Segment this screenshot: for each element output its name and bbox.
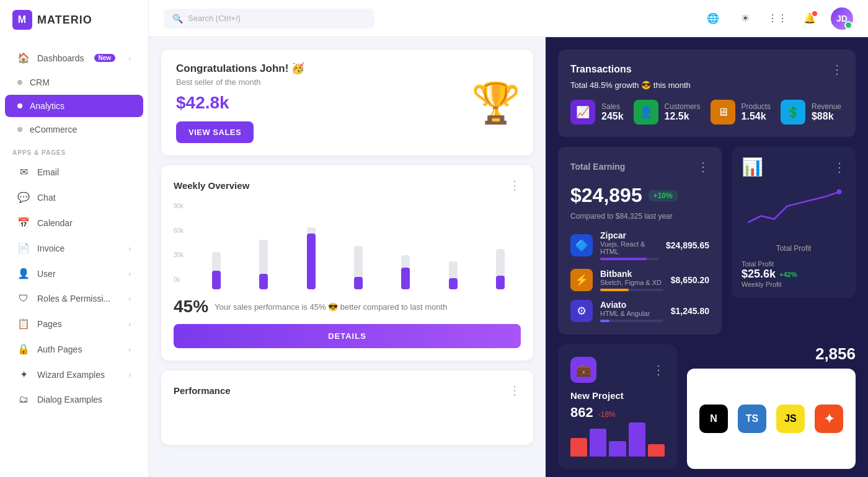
- weekly-overview-card: Weekly Overview ⋮ 90k 60k 30k 0k: [161, 165, 533, 361]
- bitbank-icon: ⚡: [570, 269, 593, 291]
- earning-items: 🔷 Zipcar Vuejs, React & HTML $24,895.65: [570, 230, 709, 322]
- svg-point-0: [836, 189, 841, 194]
- stat-customers-info: Customers 12.5k: [665, 102, 701, 122]
- sidebar-item-label: CRM: [30, 77, 50, 87]
- zipcar-icon: 🔷: [570, 234, 593, 256]
- pages-icon: 📋: [17, 318, 30, 330]
- products-icon: 🖥: [711, 100, 735, 125]
- bar-fill: [259, 274, 268, 289]
- earning-amount: $24,895 +10%: [570, 184, 709, 207]
- bars-container: [196, 209, 521, 289]
- left-panel: Congratulations John! 🥳 Best seller of t…: [149, 37, 546, 477]
- profit-value: $25.6k +42%: [742, 268, 846, 281]
- transactions-more-button[interactable]: ⋮: [831, 62, 843, 77]
- dot-icon: [17, 103, 22, 108]
- aviato-progress: [600, 320, 663, 322]
- sidebar-item-wizard[interactable]: ✦ Wizard Examples ›: [5, 362, 143, 387]
- shield-icon: 🛡: [17, 293, 30, 304]
- transactions-title: Transactions: [570, 64, 632, 75]
- zipcar-progress: [600, 258, 658, 260]
- bar-fill: [212, 271, 221, 289]
- topbar-icons: 🌐 ☀ ⋮⋮ 🔔 JD: [702, 7, 853, 30]
- home-icon: 🏠: [17, 52, 30, 64]
- user-icon: 👤: [17, 268, 30, 279]
- perf-title: Performance: [174, 385, 231, 396]
- sidebar-item-label: Email: [37, 167, 59, 177]
- large-number-section: 2,856: [687, 344, 856, 364]
- weekly-footer: 45% Your sales performance is 45% 😎 bett…: [174, 297, 521, 317]
- grid-button[interactable]: ⋮⋮: [766, 7, 789, 30]
- perf-more-button[interactable]: ⋮: [508, 383, 521, 398]
- chat-icon: 💬: [17, 191, 30, 203]
- weekly-more-button[interactable]: ⋮: [508, 178, 521, 193]
- dot-icon: [17, 127, 22, 132]
- figma-logo: ✦: [815, 405, 843, 433]
- chevron-icon: ›: [128, 346, 131, 353]
- profit-section: 📊 ⋮ Total Profit Total Profit $25: [732, 147, 856, 335]
- sidebar: M MATERIO 🏠 Dashboards New › CRM Analyti…: [0, 0, 149, 477]
- chevron-icon: ›: [128, 320, 131, 328]
- typescript-logo: TS: [738, 405, 766, 433]
- sidebar-item-crm[interactable]: CRM: [5, 71, 143, 94]
- sidebar-item-ecommerce[interactable]: eCommerce: [5, 118, 143, 141]
- stat-products-info: Products 1.54k: [742, 102, 771, 122]
- bar-fill: [401, 268, 410, 289]
- sidebar-item-roles[interactable]: 🛡 Roles & Permissi... ›: [5, 287, 143, 310]
- bitbank-progress: [600, 289, 663, 291]
- content-area: Congratulations John! 🥳 Best seller of t…: [149, 37, 868, 477]
- sales-icon: 📈: [570, 100, 595, 125]
- bar-column: [196, 209, 237, 289]
- transaction-stats: 📈 Sales 245k 👤 Customers 12.5k: [570, 100, 843, 125]
- theme-button[interactable]: ☀: [734, 7, 756, 30]
- np-stats: 862 -18%: [570, 405, 665, 421]
- bar-column: [432, 209, 473, 289]
- sidebar-item-calendar[interactable]: 📅 Calendar: [5, 211, 143, 235]
- mini-bar-chart: [570, 426, 665, 457]
- sidebar-item-user[interactable]: 👤 User ›: [5, 261, 143, 286]
- stat-revenue-info: Revenue $88k: [812, 102, 841, 122]
- profit-more-button[interactable]: ⋮: [833, 160, 846, 175]
- sidebar-item-auth[interactable]: 🔒 Auth Pages ›: [5, 337, 143, 361]
- sidebar-item-chat[interactable]: 💬 Chat: [5, 185, 143, 209]
- dialog-icon: 🗂: [17, 394, 30, 405]
- notification-button[interactable]: 🔔: [799, 7, 821, 30]
- search-placeholder: Search (Ctrl+/): [188, 14, 241, 23]
- sidebar-item-label: Invoice: [37, 243, 64, 253]
- sidebar-item-analytics[interactable]: Analytics: [5, 95, 143, 117]
- invoice-icon: 📄: [17, 242, 30, 254]
- bar-chart: [196, 203, 521, 289]
- profit-label: Total Profit: [742, 260, 846, 268]
- sidebar-item-pages[interactable]: 📋 Pages ›: [5, 312, 143, 336]
- sidebar-item-dashboards[interactable]: 🏠 Dashboards New ›: [5, 46, 143, 70]
- bitbank-info: Bitbank Sketch, Figma & XD: [600, 269, 663, 291]
- stat-sales: 📈 Sales 245k: [570, 100, 624, 125]
- stat-revenue: 💲 Revenue $88k: [781, 100, 841, 125]
- bar-column: [338, 209, 379, 289]
- app-logo[interactable]: M MATERIO: [0, 0, 148, 40]
- details-button[interactable]: DETAILS: [174, 324, 521, 348]
- chevron-icon: ›: [128, 295, 131, 302]
- bar-fill: [496, 276, 505, 289]
- sidebar-item-label: Chat: [37, 193, 56, 203]
- dot-icon: [17, 80, 22, 85]
- congrats-amount: $42.8k: [176, 93, 304, 113]
- search-bar[interactable]: 🔍 Search (Ctrl+/): [164, 9, 374, 28]
- view-sales-button[interactable]: VIEW SALES: [176, 121, 254, 143]
- np-header: 💼 ⋮: [570, 357, 665, 383]
- mini-bar-item: [629, 422, 645, 457]
- sidebar-item-dialog[interactable]: 🗂 Dialog Examples: [5, 388, 143, 411]
- congrats-subtitle: Best seller of the month: [176, 77, 304, 87]
- np-more-button[interactable]: ⋮: [652, 362, 665, 377]
- translate-button[interactable]: 🌐: [702, 7, 724, 30]
- sidebar-item-email[interactable]: ✉ Email: [5, 160, 143, 184]
- main-area: 🔍 Search (Ctrl+/) 🌐 ☀ ⋮⋮ 🔔 JD Congratula…: [149, 0, 868, 477]
- mini-bar-item: [648, 444, 665, 457]
- sidebar-item-invoice[interactable]: 📄 Invoice ›: [5, 236, 143, 260]
- sidebar-item-label: Calendar: [37, 218, 73, 228]
- mini-bar-item: [609, 441, 626, 457]
- mini-bar-item: [590, 429, 606, 457]
- earning-comparison: Compared to $84,325 last year: [570, 212, 709, 221]
- earning-more-button[interactable]: ⋮: [697, 159, 709, 174]
- performance-card: Performance ⋮: [161, 370, 533, 445]
- user-avatar[interactable]: JD: [831, 7, 853, 30]
